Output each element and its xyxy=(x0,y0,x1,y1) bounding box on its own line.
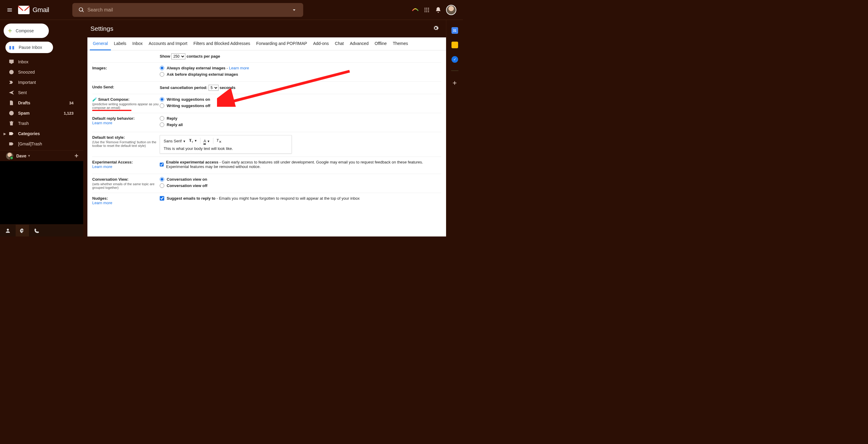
keep-addon-button[interactable] xyxy=(452,41,458,48)
radio-input[interactable] xyxy=(160,97,164,102)
tab-chat[interactable]: Chat xyxy=(332,37,347,50)
label-icon xyxy=(8,130,18,137)
bell-icon xyxy=(435,7,441,13)
send-icon xyxy=(8,90,18,96)
notifications-button[interactable] xyxy=(435,6,442,13)
learn-more-link[interactable]: Learn more xyxy=(92,121,112,125)
new-chat-button[interactable]: + xyxy=(74,152,79,160)
tab-labels[interactable]: Labels xyxy=(111,37,129,50)
settings-gear-button[interactable] xyxy=(433,25,439,33)
smart-compose-off-option[interactable]: Writing suggestions off xyxy=(160,103,441,108)
tasks-addon-button[interactable] xyxy=(452,56,458,63)
tab-forwarding[interactable]: Forwarding and POP/IMAP xyxy=(253,37,310,50)
svg-point-2 xyxy=(428,7,429,8)
plus-icon: + xyxy=(8,27,12,35)
font-select[interactable]: Sans Serif ▼ xyxy=(164,139,186,143)
search-button[interactable] xyxy=(75,7,87,13)
phone-tab[interactable] xyxy=(30,225,43,237)
tab-offline[interactable]: Offline xyxy=(372,37,390,50)
radio-input[interactable] xyxy=(160,116,164,121)
images-always-option[interactable]: Always display external images - Learn m… xyxy=(160,66,441,70)
separator xyxy=(200,138,200,144)
tab-inbox[interactable]: Inbox xyxy=(129,37,146,50)
search-options-dropdown[interactable] xyxy=(288,7,300,13)
font-size-select[interactable]: 𝗧T ▼ xyxy=(189,138,197,144)
red-underline-annotation xyxy=(92,110,131,111)
app-header: Gmail xyxy=(0,0,463,20)
gear-icon xyxy=(433,25,439,31)
setting-label: Images: xyxy=(92,66,160,79)
nav-snoozed[interactable]: Snoozed xyxy=(0,67,80,77)
chevron-right-icon: ▶ xyxy=(4,132,8,136)
nav-categories[interactable]: ▶Categories xyxy=(0,128,83,139)
google-apps-button[interactable] xyxy=(423,6,430,13)
text-color-select[interactable]: A ▼ xyxy=(204,139,210,143)
contacts-per-page-select[interactable]: 250 xyxy=(171,53,185,59)
radio-input[interactable] xyxy=(160,183,164,188)
nav-inbox[interactable]: Inbox xyxy=(0,57,80,67)
get-addons-button[interactable]: + xyxy=(453,79,457,87)
radio-input[interactable] xyxy=(160,72,164,77)
search-bar[interactable] xyxy=(72,3,303,17)
reply-all-option[interactable]: Reply all xyxy=(160,122,441,127)
hangouts-user-row[interactable]: Dave ▼ + xyxy=(0,150,83,161)
svg-point-0 xyxy=(425,7,426,8)
compose-label: Compose xyxy=(16,28,34,33)
main-panel: Settings General Labels Inbox Accounts a… xyxy=(83,20,446,236)
account-avatar[interactable] xyxy=(446,5,456,15)
logo-area[interactable]: Gmail xyxy=(18,6,72,14)
spam-icon xyxy=(8,110,18,116)
ta-advanced[interactable]: Advanced xyxy=(347,37,372,50)
page-title: Settings xyxy=(90,25,113,32)
radio-input[interactable] xyxy=(160,103,164,108)
nav-trash[interactable]: Trash xyxy=(0,118,80,128)
nav-spam[interactable]: Spam1,123 xyxy=(0,108,80,118)
checkbox-input[interactable] xyxy=(160,162,164,167)
compose-button[interactable]: + Compose xyxy=(4,24,49,38)
boomerang-icon[interactable] xyxy=(412,6,419,13)
divider xyxy=(451,70,458,71)
learn-more-link[interactable]: Learn more xyxy=(229,66,249,70)
images-ask-option[interactable]: Ask before displaying external images xyxy=(160,72,441,77)
learn-more-link[interactable]: Learn more xyxy=(92,201,112,205)
learn-more-link[interactable]: Learn more xyxy=(92,165,112,169)
remove-formatting-button[interactable]: T✕ xyxy=(216,138,221,144)
calendar-addon-button[interactable] xyxy=(452,27,458,34)
radio-input[interactable] xyxy=(160,177,164,182)
nav-drafts[interactable]: Drafts34 xyxy=(0,98,80,108)
tab-addons[interactable]: Add-ons xyxy=(310,37,332,50)
radio-input[interactable] xyxy=(160,66,164,70)
main-menu-button[interactable] xyxy=(2,3,17,17)
tab-general[interactable]: General xyxy=(90,37,111,50)
nav-gmail-trash[interactable]: [Gmail]Trash xyxy=(0,139,80,149)
pause-icon: ▮▮ xyxy=(9,45,15,50)
chevron-down-icon: ▼ xyxy=(27,154,30,157)
undo-period-select[interactable]: 5 xyxy=(209,85,218,91)
contacts-tab[interactable] xyxy=(1,225,14,237)
nudges-reply-checkbox-row[interactable]: Suggest emails to reply to - Emails you … xyxy=(160,196,441,201)
checkbox-input[interactable] xyxy=(160,196,164,201)
reply-option[interactable]: Reply xyxy=(160,116,441,121)
svg-point-1 xyxy=(426,7,427,8)
setting-label: Conversation View: (sets whether emails … xyxy=(92,177,160,190)
search-input[interactable] xyxy=(87,7,288,13)
pause-inbox-button[interactable]: ▮▮ Pause Inbox xyxy=(5,41,53,53)
tab-accounts[interactable]: Accounts and Import xyxy=(146,37,190,50)
nav-important[interactable]: Important xyxy=(0,77,80,87)
svg-rect-11 xyxy=(11,112,12,114)
nav-sent[interactable]: Sent xyxy=(0,87,80,98)
tab-themes[interactable]: Themes xyxy=(390,37,411,50)
radio-input[interactable] xyxy=(160,122,164,127)
svg-point-3 xyxy=(425,9,426,10)
settings-scroll[interactable]: Show 250 contacts per page Images: Alway… xyxy=(87,50,446,236)
conversation-on-option[interactable]: Conversation view on xyxy=(160,177,441,182)
svg-point-5 xyxy=(428,9,429,10)
experimental-checkbox-row[interactable]: Enable experimental access - Gain early … xyxy=(160,160,441,169)
smart-compose-on-option[interactable]: Writing suggestions on xyxy=(160,97,441,102)
settings-header: Settings xyxy=(83,20,446,37)
trash-icon xyxy=(8,120,18,126)
tab-filters[interactable]: Filters and Blocked Addresses xyxy=(190,37,253,50)
setting-images: Images: Always display external images -… xyxy=(92,63,441,82)
conversation-off-option[interactable]: Conversation view off xyxy=(160,183,441,188)
hangouts-tab[interactable]: 99 xyxy=(16,225,29,237)
